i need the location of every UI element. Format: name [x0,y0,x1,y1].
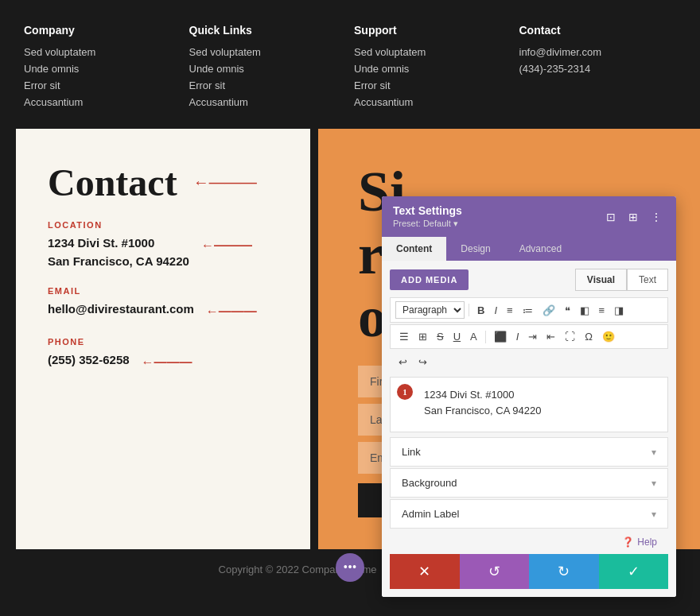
unordered-list-button[interactable]: ≡ [503,302,517,319]
accordion-chevron-2: ▾ [651,509,656,520]
outdent-button[interactable]: ⇤ [542,328,559,345]
accordion-header-1[interactable]: Background ▾ [391,469,667,497]
email-label: EMAIL [48,286,278,296]
accordion-chevron-0: ▾ [651,447,656,458]
panel-preset[interactable]: Preset: Default ▾ [393,219,462,229]
strikethrough-button[interactable]: S [433,328,448,345]
ordered-list-button[interactable]: ≔ [519,302,537,319]
refresh-icon: ↻ [558,563,570,580]
footer-link-2-0[interactable]: Sed voluptatem [354,46,511,58]
align-left-button[interactable]: ◧ [576,302,593,319]
toolbar-row-2: ☰ ⊞ S U A ⬛ I ⇥ ⇤ ⛶ Ω 🙂 [390,324,668,349]
accordion-item-0: Link ▾ [390,437,668,467]
redo-button[interactable]: ↪ [414,354,431,370]
text-line-2: San Francisco, CA 94220 [424,403,656,419]
toolbar-row-1: Paragraph B I ≡ ≔ 🔗 ❝ ◧ ≡ ◨ [390,297,668,323]
footer-col-1: Quick Links Sed voluptatem Unde omnis Er… [189,24,347,113]
underline-button[interactable]: U [449,328,465,345]
contact-title-arrow: ←——— [193,173,257,192]
footer-col-title-1: Quick Links [189,24,347,37]
cancel-button[interactable]: ✕ [390,554,460,589]
footer-link-1-1[interactable]: Unde omnis [189,63,347,75]
panel-tab-advanced[interactable]: Advanced [505,237,576,261]
footer-col-3: Contact info@divimer.com (434)-235-2314 [519,24,677,113]
footer-col-0: Company Sed voluptatem Unde omnis Error … [24,24,181,113]
table-button[interactable]: ⊞ [414,328,431,345]
visual-text-toggle: Visual Text [575,269,668,291]
paragraph-select[interactable]: Paragraph [395,301,465,319]
accordion-label-2: Admin Label [402,508,459,520]
accordion-chevron-1: ▾ [651,478,656,489]
panel-body: ADD MEDIA Visual Text Paragraph B I ≡ ≔ [382,261,676,597]
panel-header-icons: ⊡ ⊞ ⋮ [603,209,665,225]
panel-menu-button[interactable]: ⋮ [648,209,665,225]
add-media-bar: ADD MEDIA Visual Text [390,269,668,291]
accordion-item-1: Background ▾ [390,468,668,498]
undo-redo-row: ↩ ↪ [390,351,668,374]
footer-link-2-3[interactable]: Accusantium [354,96,511,108]
toolbar-divider-1 [469,304,469,316]
panel-expand-button[interactable]: ⊞ [625,209,641,225]
footer-nav: Company Sed voluptatem Unde omnis Error … [0,0,700,129]
accordion-header-0[interactable]: Link ▾ [391,438,667,466]
footer-link-3-1[interactable]: (434)-235-2314 [519,63,677,75]
align-center-button[interactable]: ≡ [595,302,609,319]
accordion-label-0: Link [402,446,421,458]
undo-button[interactable]: ↩ [395,354,411,370]
footer-link-0-1[interactable]: Unde omnis [24,63,181,75]
text-content-body: 1234 Divi St. #1000 San Francisco, CA 94… [402,387,656,418]
footer-link-0-2[interactable]: Error sit [24,79,181,91]
footer-link-3-0[interactable]: info@divimer.com [519,46,677,58]
footer-link-0-3[interactable]: Accusantium [24,96,181,108]
panel-tab-content[interactable]: Content [382,237,446,261]
help-row: ❓ Help [390,530,668,554]
link-button[interactable]: 🔗 [539,302,559,319]
toolbar-divider-2 [485,331,486,343]
footer-link-1-3[interactable]: Accusantium [189,96,347,108]
panel-tab-design[interactable]: Design [446,237,504,261]
blockquote-button[interactable]: ❝ [561,302,574,319]
align-right-button[interactable]: ◨ [610,302,628,319]
footer-link-2-1[interactable]: Unde omnis [354,63,511,75]
footer-link-1-0[interactable]: Sed voluptatem [189,46,347,58]
footer-col-2: Support Sed voluptatem Unde omnis Error … [354,24,511,113]
footer-link-1-2[interactable]: Error sit [189,79,347,91]
accordion-header-2[interactable]: Admin Label ▾ [391,500,667,528]
text-content-area[interactable]: 1 1234 Divi St. #1000 San Francisco, CA … [390,377,668,432]
text-button[interactable]: Text [627,269,668,291]
help-button[interactable]: ❓ Help [622,537,657,548]
contact-heading: Contact [48,161,177,204]
emoji-button[interactable]: 🙂 [598,328,619,345]
color-button[interactable]: A [466,328,481,345]
indent-button[interactable]: ⇥ [524,328,541,345]
text-badge: 1 [397,384,413,400]
text-settings-panel: Text Settings Preset: Default ▾ ⊡ ⊞ ⋮ Co… [382,196,676,597]
location-content: 1234 Divi St. #1000 San Francisco, CA 94… [48,234,278,270]
add-media-button[interactable]: ADD MEDIA [390,269,469,290]
panel-minimize-button[interactable]: ⊡ [603,209,619,225]
reset-button[interactable]: ↺ [460,554,530,589]
footer-link-2-2[interactable]: Error sit [354,79,511,91]
confirm-button[interactable]: ✓ [599,554,669,589]
italic2-button[interactable]: I [512,328,523,345]
phone-content: (255) 352-6258 ←——— [48,351,278,372]
location-label: LOCATION [48,220,278,230]
justify-button[interactable]: ☰ [395,328,413,345]
visual-button[interactable]: Visual [575,269,627,291]
floating-dots-button[interactable]: ••• [336,553,364,582]
action-bar: ✕ ↺ ↻ ✓ [390,554,668,589]
email-content: hello@divirestaurant.com ←——— [48,300,278,321]
highlight-button[interactable]: ⬛ [490,328,511,345]
bold-button[interactable]: B [473,302,488,319]
footer-col-title-3: Contact [519,24,677,37]
contact-title: Contact ←——— [48,161,278,204]
location-arrow: ←——— [201,236,252,255]
panel-title: Text Settings [393,204,462,217]
fullscreen-button[interactable]: ⛶ [561,328,579,345]
footer-col-title-2: Support [354,24,511,37]
cancel-icon: ✕ [418,563,430,580]
footer-link-0-0[interactable]: Sed voluptatem [24,46,181,58]
refresh-button[interactable]: ↻ [529,554,599,589]
italic-button[interactable]: I [490,302,501,319]
omega-button[interactable]: Ω [581,328,597,345]
